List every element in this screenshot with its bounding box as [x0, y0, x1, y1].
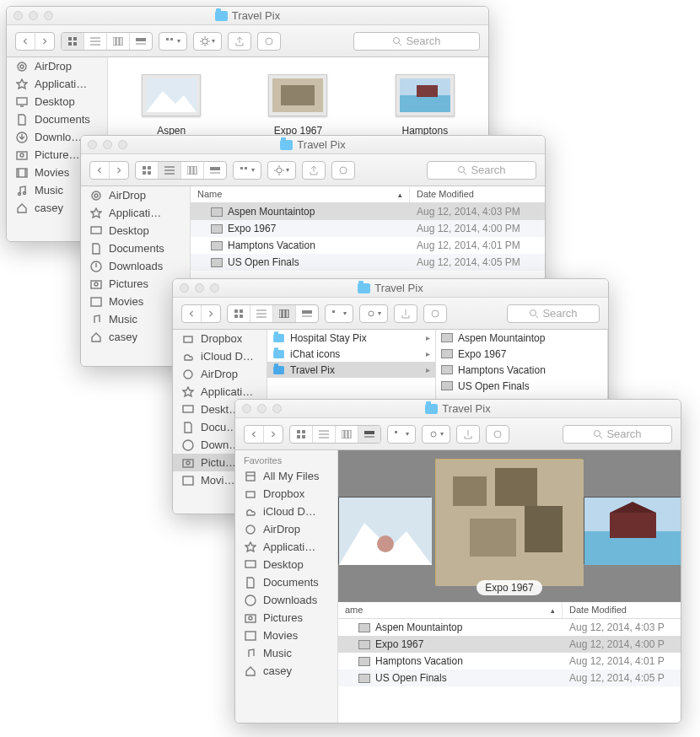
arrange-button[interactable]: ▾ — [159, 32, 187, 51]
back-button[interactable] — [245, 426, 264, 443]
close-button[interactable] — [242, 404, 251, 413]
zoom-button[interactable] — [210, 283, 219, 293]
sidebar-item-allmyfiles[interactable]: All My Files — [235, 467, 337, 485]
forward-button[interactable] — [35, 33, 54, 50]
list-row[interactable]: Expo 1967Aug 12, 2014, 4:00 P — [338, 636, 681, 653]
titlebar[interactable]: Travel Pix — [7, 7, 488, 25]
sidebar-item-downloads[interactable]: Downloads — [81, 257, 190, 275]
arrange-button[interactable]: ▾ — [233, 161, 261, 180]
minimize-button[interactable] — [257, 404, 267, 413]
sidebar-item-icloud[interactable]: iCloud D… — [173, 347, 267, 365]
list-row[interactable]: US Open FinalsAug 12, 2014, 4:05 P — [338, 670, 681, 686]
column-header-date[interactable]: Date Modified — [563, 602, 681, 618]
back-button[interactable] — [90, 162, 110, 179]
zoom-button[interactable] — [118, 140, 127, 149]
action-button[interactable]: ▾ — [359, 304, 388, 323]
list-row[interactable]: Hamptons VacationAug 12, 2014, 4:01 P — [338, 653, 681, 670]
search-field[interactable]: Search — [353, 32, 480, 51]
search-field[interactable]: Search — [563, 425, 672, 444]
column-header-name[interactable]: Name▴ — [191, 186, 410, 202]
back-button[interactable] — [16, 33, 35, 50]
tags-button[interactable] — [331, 161, 355, 180]
sidebar-item-airdrop[interactable]: AirDrop — [81, 186, 190, 204]
sidebar-item-icloud[interactable]: iCloud D… — [235, 503, 337, 520]
sidebar-item-airdrop[interactable]: AirDrop — [7, 57, 107, 75]
titlebar[interactable]: Travel Pix — [81, 136, 545, 154]
arrange-button[interactable]: ▾ — [387, 425, 416, 444]
sidebar-item-applications[interactable]: Applicati… — [173, 383, 267, 401]
folder-row[interactable]: Hospital Stay Pix▸ — [267, 330, 435, 346]
share-button[interactable] — [456, 425, 480, 444]
list-row[interactable]: Aspen MountaintopAug 12, 2014, 4:03 PM — [191, 203, 545, 220]
coverflow-view-button[interactable] — [130, 33, 152, 50]
close-button[interactable] — [13, 11, 23, 20]
tags-button[interactable] — [486, 425, 509, 444]
list-view-button[interactable] — [159, 162, 181, 179]
coverflow-view-button[interactable] — [204, 162, 226, 179]
list-view-button[interactable] — [84, 33, 107, 50]
sidebar-item-home[interactable]: casey — [235, 662, 337, 680]
sidebar-item-documents[interactable]: Documents — [81, 239, 190, 257]
column-header-name[interactable]: ame▴ — [338, 602, 563, 618]
coverflow-image-left[interactable] — [338, 497, 431, 564]
column-view-button[interactable] — [107, 33, 130, 50]
sidebar-item-desktop[interactable]: Desktop — [7, 93, 107, 110]
column-view-button[interactable] — [336, 426, 358, 443]
forward-button[interactable] — [110, 162, 128, 179]
sidebar-item-airdrop[interactable]: AirDrop — [173, 365, 267, 383]
search-field[interactable]: Search — [507, 304, 600, 323]
zoom-button[interactable] — [44, 11, 53, 20]
list-view-button[interactable] — [313, 426, 336, 443]
file-row[interactable]: US Open Finals — [436, 378, 607, 394]
sidebar-item-pictures[interactable]: Pictures — [235, 609, 337, 627]
column-view-button[interactable] — [273, 305, 296, 322]
titlebar[interactable]: Travel Pix — [173, 279, 608, 298]
list-row[interactable]: Aspen MountaintopAug 12, 2014, 4:03 P — [338, 619, 681, 636]
folder-row[interactable]: Travel Pix▸ — [267, 362, 435, 378]
list-row[interactable]: Expo 1967Aug 12, 2014, 4:00 PM — [191, 220, 545, 237]
icon-view-button[interactable] — [228, 305, 250, 322]
tags-button[interactable] — [423, 304, 447, 323]
search-field[interactable]: Search — [427, 161, 536, 180]
share-button[interactable] — [302, 161, 326, 180]
sidebar-item-movies[interactable]: Movies — [235, 627, 337, 644]
sidebar-item-desktop[interactable]: Desktop — [235, 556, 337, 573]
back-button[interactable] — [182, 305, 202, 322]
zoom-button[interactable] — [272, 404, 282, 413]
icon-view-button[interactable] — [290, 426, 313, 443]
minimize-button[interactable] — [195, 283, 204, 293]
list-view-button[interactable] — [250, 305, 273, 322]
share-button[interactable] — [228, 32, 251, 51]
sidebar-item-documents[interactable]: Documents — [7, 110, 107, 128]
coverflow-image-right[interactable] — [584, 497, 681, 564]
icon-view-button[interactable] — [136, 162, 159, 179]
file-row[interactable]: Aspen Mountaintop — [436, 330, 607, 346]
folder-row[interactable]: iChat icons▸ — [267, 346, 435, 362]
sidebar-item-applications[interactable]: Applicati… — [81, 204, 190, 222]
sidebar-item-documents[interactable]: Documents — [235, 573, 337, 591]
sidebar-item-music[interactable]: Music — [235, 644, 337, 662]
minimize-button[interactable] — [103, 140, 112, 149]
file-row[interactable]: Expo 1967 — [436, 346, 607, 362]
close-button[interactable] — [180, 283, 189, 293]
sidebar-item-dropbox[interactable]: Dropbox — [173, 330, 267, 347]
coverflow-view-button[interactable] — [296, 305, 318, 322]
close-button[interactable] — [88, 140, 97, 149]
file-row[interactable]: Hamptons Vacation — [436, 362, 607, 378]
coverflow-view-button[interactable] — [358, 426, 380, 443]
sidebar-item-desktop[interactable]: Desktop — [81, 222, 190, 239]
action-button[interactable]: ▾ — [422, 425, 450, 444]
column-view-button[interactable] — [181, 162, 204, 179]
action-button[interactable]: ▾ — [193, 32, 222, 51]
titlebar[interactable]: Travel Pix — [235, 400, 681, 418]
list-row[interactable]: Hamptons VacationAug 12, 2014, 4:01 PM — [191, 237, 545, 254]
action-button[interactable]: ▾ — [267, 161, 296, 180]
sidebar-item-applications[interactable]: Applicati… — [7, 75, 107, 93]
forward-button[interactable] — [202, 305, 220, 322]
arrange-button[interactable]: ▾ — [325, 304, 353, 323]
coverflow-image-center[interactable] — [435, 459, 583, 585]
sidebar-item-downloads[interactable]: Downloads — [235, 591, 337, 609]
sidebar-item-applications[interactable]: Applicati… — [235, 538, 337, 556]
sidebar-item-airdrop[interactable]: AirDrop — [235, 520, 337, 538]
coverflow-area[interactable]: Expo 1967 — [338, 450, 681, 602]
